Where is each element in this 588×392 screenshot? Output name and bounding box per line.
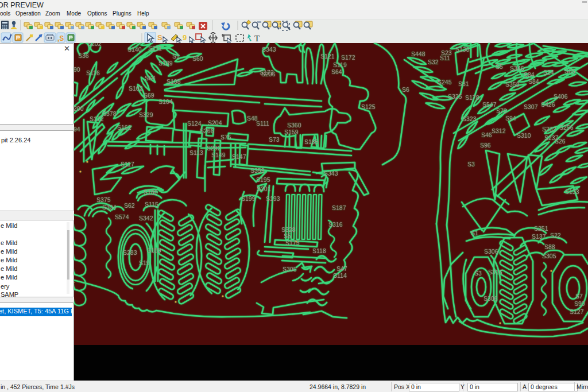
svg-text:90: 90	[74, 66, 80, 73]
svg-text:S124: S124	[187, 120, 202, 127]
svg-text:S121: S121	[320, 53, 335, 60]
svg-text:S31: S31	[458, 80, 469, 87]
svg-text:S343: S343	[262, 46, 276, 53]
svg-text:S188: S188	[147, 247, 161, 254]
svg-text:S251: S251	[534, 225, 548, 232]
svg-text:S60: S60	[192, 55, 203, 62]
svg-text:S312: S312	[492, 127, 506, 134]
svg-text:S359: S359	[250, 167, 265, 174]
svg-text:S172: S172	[90, 115, 104, 122]
svg-text:S304: S304	[102, 204, 117, 211]
svg-text:S316: S316	[488, 269, 502, 275]
svg-text:S125: S125	[361, 103, 376, 110]
svg-text:S185: S185	[304, 138, 319, 145]
svg-text:S140: S140	[127, 46, 142, 53]
svg-text:S32: S32	[428, 59, 439, 65]
svg-text:S115: S115	[145, 201, 158, 208]
svg-text:S283: S283	[123, 249, 137, 256]
svg-text:S114: S114	[333, 272, 347, 279]
svg-text:S547: S547	[482, 101, 497, 108]
svg-text:S1: S1	[172, 53, 180, 60]
svg-text:S111: S111	[256, 120, 269, 127]
svg-text:S172: S172	[341, 54, 355, 61]
svg-text:T: T	[254, 34, 260, 43]
svg-text:9: 9	[183, 33, 187, 42]
svg-text:S186: S186	[144, 189, 158, 196]
svg-text:S23: S23	[441, 49, 452, 56]
svg-text:S64: S64	[331, 68, 342, 75]
svg-text:S133: S133	[565, 188, 579, 195]
svg-text:S202: S202	[87, 43, 102, 47]
svg-text:S360: S360	[287, 122, 301, 129]
svg-text:S342: S342	[139, 215, 153, 222]
svg-text:S6: S6	[402, 86, 409, 93]
svg-text:S343: S343	[324, 170, 338, 177]
svg-text:S94: S94	[505, 115, 516, 122]
svg-text:S201: S201	[257, 185, 271, 192]
svg-text:S305: S305	[542, 253, 556, 259]
svg-text:S: S	[157, 33, 163, 42]
svg-text:S36: S36	[78, 52, 89, 59]
svg-text:S64: S64	[145, 75, 156, 81]
svg-text:S187: S187	[332, 204, 346, 211]
svg-text:S108: S108	[167, 78, 181, 85]
svg-text:S88: S88	[544, 243, 555, 250]
svg-text:S193: S193	[266, 195, 280, 202]
svg-text:S26: S26	[555, 138, 566, 145]
svg-text:S138: S138	[455, 46, 470, 53]
svg-text:S96: S96	[480, 142, 491, 149]
svg-text:S245: S245	[438, 79, 452, 86]
svg-text:S306: S306	[483, 295, 498, 302]
svg-text:S195: S195	[256, 176, 270, 183]
svg-text:S164: S164	[158, 98, 173, 105]
svg-text:S149: S149	[211, 152, 226, 158]
svg-text:S127: S127	[570, 308, 584, 315]
svg-text:S117: S117	[121, 161, 134, 168]
svg-text:S232: S232	[542, 126, 556, 133]
svg-text:S307: S307	[524, 103, 538, 110]
svg-text:S46: S46	[481, 131, 492, 138]
svg-text:S189: S189	[158, 60, 173, 67]
svg-text:S5: S5	[284, 232, 291, 239]
svg-text:S292: S292	[207, 145, 221, 152]
svg-text:S306: S306	[484, 248, 498, 255]
svg-text:S256: S256	[559, 124, 574, 131]
svg-text:S574: S574	[115, 214, 129, 220]
svg-text:S84: S84	[524, 71, 535, 78]
svg-text:S204: S204	[208, 119, 222, 126]
svg-text:S3: S3	[474, 270, 482, 277]
svg-text:S3: S3	[467, 161, 475, 168]
svg-text:94: 94	[74, 126, 80, 133]
svg-text:S90: S90	[574, 300, 585, 307]
svg-text:S113: S113	[189, 149, 203, 156]
svg-text:S426: S426	[541, 101, 555, 108]
svg-text:S172: S172	[260, 69, 274, 76]
svg-text:S178: S178	[465, 94, 479, 101]
svg-text:,S: ,S	[57, 34, 64, 42]
svg-text:S211: S211	[148, 45, 162, 52]
svg-text:S375: S375	[96, 196, 111, 203]
svg-text:S73: S73	[269, 136, 280, 143]
svg-text:S65: S65	[564, 68, 575, 75]
svg-text:S316: S316	[328, 221, 343, 228]
svg-text:S162: S162	[117, 124, 131, 131]
svg-text:S305: S305	[283, 266, 297, 273]
svg-text:S378: S378	[102, 110, 117, 117]
svg-text:S173: S173	[285, 239, 300, 246]
svg-text:S448: S448	[411, 51, 425, 57]
svg-text:200: 200	[74, 105, 84, 112]
svg-text:S1: S1	[471, 230, 478, 236]
svg-text:S137: S137	[532, 233, 546, 240]
svg-text:S62: S62	[124, 202, 135, 209]
svg-text:S118: S118	[312, 247, 326, 254]
svg-text:S325: S325	[448, 93, 462, 100]
svg-text:S47: S47	[336, 265, 347, 272]
svg-text:S75: S75	[220, 134, 231, 141]
svg-text:S116: S116	[86, 69, 100, 76]
svg-text:S323: S323	[462, 115, 477, 122]
svg-text:S406: S406	[554, 93, 568, 100]
svg-text:S22: S22	[550, 232, 561, 239]
svg-text:S19: S19	[139, 259, 150, 266]
svg-text:S346: S346	[510, 65, 524, 72]
svg-text:S119: S119	[333, 61, 347, 68]
